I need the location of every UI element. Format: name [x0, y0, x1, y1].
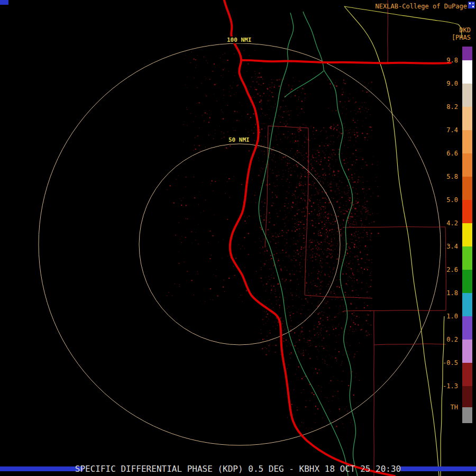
colorbar-segment: [462, 153, 472, 177]
colorbar-segment: [462, 293, 472, 316]
colorbar-segment: [462, 386, 472, 407]
colorbar-segment: [462, 130, 472, 153]
product-code: DKD: [459, 26, 471, 34]
ring-50nmi: [139, 144, 340, 345]
river: [285, 71, 324, 97]
radar-viewer: NEXLAB-College of DuPage DKD [PHAS 9.89.…: [0, 0, 476, 476]
yellow-boundary: [344, 6, 462, 38]
colorbar-segment: [462, 363, 472, 386]
colorbar-segment: [462, 316, 472, 340]
ring-label-100nmi: 100 NMI: [225, 36, 253, 43]
county-line: [445, 227, 446, 310]
brand-title: NEXLAB-College of DuPage: [376, 3, 467, 10]
colorbar-segment: [462, 270, 472, 293]
cod-logo-icon: [468, 2, 475, 8]
colorbar-segment: [462, 107, 472, 130]
yellow-boundary: [441, 316, 444, 476]
county-line: [374, 311, 374, 476]
colorbar-segment: [462, 407, 472, 423]
highway-101: [224, 0, 395, 476]
colorbar-segment: [462, 60, 472, 84]
echo-layer: [167, 50, 379, 431]
county-line: [343, 227, 445, 227]
state-roads-layer: [344, 6, 462, 476]
highways-layer: [224, 0, 451, 476]
county-line: [374, 344, 446, 345]
rivers-layer: [259, 12, 358, 476]
county-line: [344, 310, 446, 311]
colorbar-segment: [462, 177, 472, 200]
yellow-boundary: [344, 6, 439, 476]
colorbar: [462, 47, 472, 423]
colorbar-segment: [462, 47, 472, 60]
range-rings: [39, 43, 441, 445]
colorbar-segment: [462, 84, 472, 107]
corner-mark: [0, 0, 8, 5]
highway-299: [241, 60, 451, 63]
ring-label-50nmi: 50 NMI: [227, 136, 251, 143]
colorbar-segment: [462, 340, 472, 363]
radar-map: [0, 0, 476, 476]
status-caption: SPECIFIC DIFFERENTIAL PHASE (KDP) 0.5 DE…: [0, 464, 476, 474]
colorbar-segment: [462, 223, 472, 246]
product-units: [PHAS: [452, 34, 471, 41]
ring-100nmi: [39, 43, 441, 445]
colorbar-segment: [462, 246, 472, 270]
county-line: [305, 295, 372, 298]
county-line: [268, 126, 308, 128]
colorbar-segment: [462, 200, 472, 223]
